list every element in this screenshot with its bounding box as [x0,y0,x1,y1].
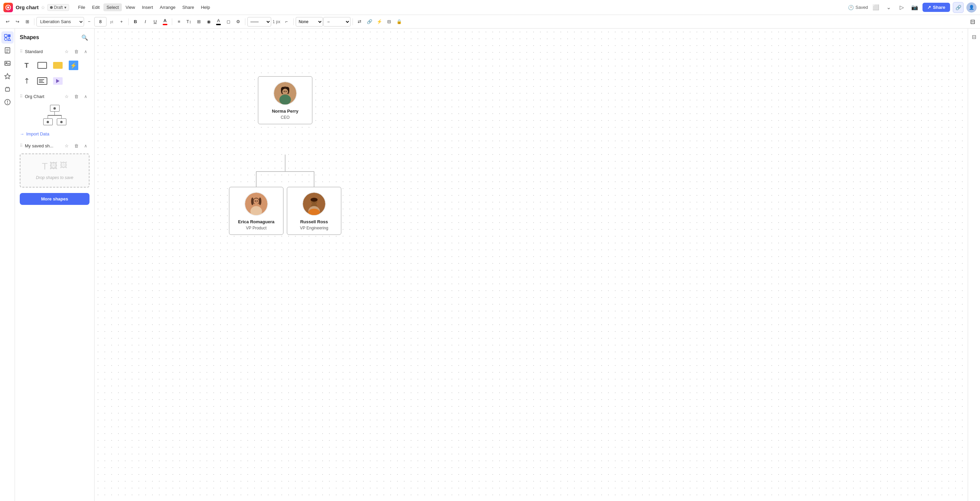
presentation-icon[interactable]: ⬜ [871,2,881,13]
share-arrow-icon: ↗ [927,5,931,10]
search-button[interactable]: 🔍 [80,33,89,42]
sidebar-extras-icon[interactable] [2,96,14,108]
link-button[interactable]: 🔗 [365,17,374,27]
align-button[interactable]: ≡ [174,17,184,27]
right-panel-toggle-button[interactable]: ⊟ [969,32,979,41]
arrow-style-select[interactable]: → [323,17,350,27]
fill-color-button[interactable]: ◉ [204,17,213,27]
font-size-increase-button[interactable]: + [117,17,126,27]
sidebar-icons [0,29,15,501]
camera-icon[interactable]: 📷 [910,2,920,13]
flip-button[interactable]: ⇄ [355,17,364,27]
org-chart-collapse-icon[interactable]: ∧ [82,92,89,100]
menu-edit[interactable]: Edit [89,3,102,11]
lock-button[interactable]: 🔒 [395,17,404,27]
org-chart-preview[interactable] [15,102,94,129]
id-button[interactable]: ⊟ [385,17,394,27]
clone-style-button[interactable]: ⊞ [22,17,32,27]
vp-product-node[interactable]: Erica Romaguera VP Product [229,187,283,235]
menu-insert[interactable]: Insert [139,3,156,11]
my-saved-delete-icon[interactable]: 🗑 [73,142,80,150]
menu-share[interactable]: Share [179,3,197,11]
menu-select[interactable]: Select [103,3,122,11]
line-corner-button[interactable]: ⌐ [282,17,291,27]
extra-format-button[interactable]: ⚙ [234,17,243,27]
panel-header: Shapes 🔍 [15,29,94,45]
chevron-down-icon[interactable]: ⌄ [884,2,894,13]
share-button[interactable]: ↗ Share [923,3,950,12]
standard-collapse-icon[interactable]: ∧ [82,48,89,55]
menu-arrange[interactable]: Arrange [157,3,179,11]
font-color-button[interactable]: A [160,17,170,27]
saved-shapes-drop-zone[interactable]: T 🖼 🖼 Drop shapes to save [20,154,89,188]
font-size-input[interactable] [94,17,107,27]
sidebar-templates-icon[interactable] [2,70,14,83]
text-format-button[interactable]: T↕ [184,17,194,27]
app-logo[interactable] [3,3,13,12]
my-saved-section-header[interactable]: ⠿ My saved sh... ☆ 🗑 ∧ [15,139,94,151]
ceo-node[interactable]: Norma Perry CEO [258,76,312,124]
share-link-button[interactable]: 🔗 [953,2,964,13]
user-avatar[interactable]: 👤 [966,2,977,13]
menu-file[interactable]: File [75,3,89,11]
my-saved-collapse-icon[interactable]: ∧ [82,142,89,150]
menu-help[interactable]: Help [198,3,213,11]
standard-section-header[interactable]: ⠿ Standard ☆ 🗑 ∧ [15,45,94,57]
sep-2 [128,18,129,25]
stroke-color-button[interactable]: A [214,17,223,27]
org-chart-delete-icon[interactable]: 🗑 [73,92,80,100]
standard-favorite-icon[interactable]: ☆ [63,48,70,55]
action-button[interactable]: ⚡ [375,17,384,27]
font-family-select[interactable]: Liberation Sans [37,17,84,27]
favorite-icon[interactable]: ☆ [41,5,45,10]
canvas-area[interactable]: Norma Perry CEO Erica Romaguer [95,29,968,501]
corner-style-select[interactable]: None [296,17,323,27]
shadow-button[interactable]: ◻ [224,17,233,27]
ceo-avatar [273,81,297,105]
shape-sticky-note[interactable] [51,59,65,72]
svg-point-4 [5,38,7,40]
svg-point-26 [279,95,291,105]
vp-engineering-node[interactable]: Russell Ross VP Engineering [287,187,341,235]
line-px-sep: 1 px [272,19,282,24]
right-panel-toggle-button[interactable]: ⊟ [968,17,977,27]
doc-title: Org chart [16,5,39,10]
clock-icon: 🕐 [848,5,854,10]
org-chart-section-header[interactable]: ⠿ Org Chart ☆ 🗑 ∧ [15,90,94,102]
connector-svg [95,29,968,501]
shape-list[interactable] [35,74,49,88]
shape-embed[interactable]: ⚡ [67,59,80,72]
line-style-select[interactable]: —— [247,17,271,27]
sidebar-pages-icon[interactable] [2,44,14,57]
shape-text[interactable]: T [20,59,33,72]
bold-button[interactable]: B [130,17,140,27]
org-chart-favorite-icon[interactable]: ☆ [63,92,70,100]
menu-bar: File Edit Select View Insert Arrange Sha… [75,3,213,11]
my-saved-favorite-icon[interactable]: ☆ [63,142,70,150]
standard-delete-icon[interactable]: 🗑 [73,48,80,55]
svg-point-33 [285,92,286,93]
undo-button[interactable]: ↩ [3,17,12,27]
vp-product-avatar [244,192,268,216]
draft-badge[interactable]: Draft ▾ [47,4,69,11]
sidebar-shapes-icon[interactable] [2,31,14,44]
vp-product-name: Erica Romaguera [238,219,275,225]
italic-button[interactable]: I [140,17,150,27]
more-shapes-button[interactable]: More shapes [20,193,89,205]
sidebar-plugins-icon[interactable] [2,83,14,95]
import-data-button[interactable]: → Import Data [15,129,94,139]
shapes-panel: Shapes 🔍 ⠿ Standard ☆ 🗑 ∧ T ⚡ ↗ [15,29,95,501]
shape-arrow-line[interactable]: ↗ [20,74,33,88]
menu-view[interactable]: View [123,3,138,11]
import-label: Import Data [26,131,49,137]
font-size-decrease-button[interactable]: − [84,17,94,27]
underline-button[interactable]: U [150,17,160,27]
svg-point-42 [251,197,254,205]
fullscreen-icon[interactable]: ▷ [897,2,907,13]
table-button[interactable]: ⊞ [194,17,204,27]
sidebar-images-icon[interactable] [2,57,14,70]
svg-point-1 [7,6,9,8]
shape-rectangle[interactable] [35,59,49,72]
shape-video[interactable] [51,74,65,88]
redo-button[interactable]: ↪ [13,17,22,27]
